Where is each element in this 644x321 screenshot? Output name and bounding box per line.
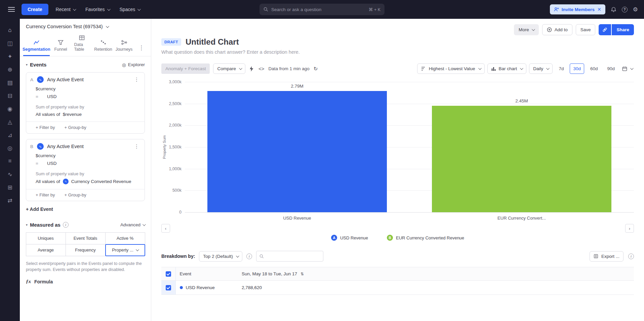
filter-by-link[interactable]: + Filter by [36, 125, 55, 130]
event-property[interactable]: $currency [36, 85, 140, 93]
tab-data-table[interactable]: Data Table [72, 33, 92, 56]
chart-description-placeholder[interactable]: What question does this chart answer? En… [161, 49, 634, 55]
add-event-button[interactable]: + Add Event [26, 207, 145, 212]
all-values-label[interactable]: All values of [36, 112, 60, 117]
breakdown-search[interactable] [256, 251, 323, 262]
breakdown-top-dropdown[interactable]: Top 2 (Default) [199, 251, 242, 262]
next-page-button[interactable]: › [625, 224, 634, 233]
flask-icon[interactable]: ⊿ [4, 129, 16, 141]
refresh-icon[interactable]: ↻ [313, 66, 319, 72]
export-button[interactable]: Export ... [590, 251, 623, 262]
notifications-bell-icon[interactable] [611, 7, 616, 12]
compare-dropdown[interactable]: Compare [213, 63, 245, 74]
home-icon[interactable]: ⌂ [4, 24, 16, 36]
search-input[interactable] [271, 7, 366, 12]
range-7d-button[interactable]: 7d [555, 63, 567, 74]
dashboard-icon[interactable]: ▤ [4, 77, 16, 89]
global-search[interactable]: ⌘ + K [259, 4, 385, 15]
sort-order-dropdown[interactable]: Highest - Lowest Value [417, 63, 485, 74]
measure-uniques-button[interactable]: Uniques [26, 232, 66, 244]
event-name[interactable]: Any Active Event [47, 144, 84, 149]
save-button[interactable]: Save [576, 24, 596, 35]
bar-eur-revenue[interactable] [432, 106, 611, 212]
property-value[interactable]: USD [47, 161, 57, 166]
recent-menu[interactable]: Recent [53, 5, 78, 14]
range-90d-button[interactable]: 90d [604, 63, 618, 74]
chart-type-dropdown[interactable]: Bar chart [487, 63, 527, 74]
invite-members-button[interactable]: Invite Members ✕ [550, 4, 605, 14]
tab-retention[interactable]: Retention [93, 37, 113, 56]
measure-property-sum-button[interactable]: Property ... [105, 244, 145, 256]
share-button[interactable]: Share [612, 24, 634, 35]
event-column-header[interactable]: Event [175, 267, 238, 281]
range-60d-button[interactable]: 60d [587, 63, 601, 74]
person-add-nav-icon[interactable]: ⊕ [4, 63, 16, 76]
collapse-chevron-icon[interactable]: ▾ [26, 63, 28, 66]
sum-property[interactable]: $revenue [63, 112, 82, 117]
measure-average-button[interactable]: Average [26, 244, 66, 256]
monitor-icon[interactable]: ⊟ [4, 90, 16, 102]
operator[interactable]: = [36, 161, 38, 166]
tabs-overflow-kebab-icon[interactable]: ⋮ [135, 44, 148, 56]
kebab-menu-icon[interactable]: ⋮ [133, 77, 140, 83]
tab-segmentation[interactable]: Segmentation [23, 37, 50, 56]
series-name[interactable]: USD Revenue [186, 285, 215, 290]
flame-icon[interactable]: ◬ [4, 116, 16, 128]
code-icon[interactable]: <> [258, 66, 265, 72]
lightning-icon[interactable] [249, 66, 254, 72]
column-sort-icon[interactable]: ⇅ [300, 272, 304, 276]
formula-button[interactable]: ƒx Formula [26, 279, 145, 284]
bar-usd-revenue[interactable] [207, 91, 387, 212]
interval-dropdown[interactable]: Daily [529, 63, 553, 74]
hamburger-menu-icon[interactable] [8, 9, 15, 10]
project-selector[interactable]: Currency Conversion Test (697534) [20, 19, 151, 33]
event-property[interactable]: $currency [36, 152, 140, 159]
all-values-label[interactable]: All values of [36, 179, 60, 184]
more-button[interactable]: More [514, 24, 539, 35]
users-icon[interactable]: ◉ [4, 103, 16, 115]
add-to-button[interactable]: Add to [542, 24, 572, 35]
tab-funnel[interactable]: Funnel [51, 37, 71, 56]
settings-gear-icon[interactable]: ⚙ [633, 6, 638, 13]
sparkle-icon[interactable]: ✦ [4, 50, 16, 62]
frame-icon[interactable]: ⊞ [4, 181, 16, 193]
info-icon[interactable]: i [246, 254, 252, 259]
info-icon[interactable]: i [63, 222, 69, 228]
copy-link-button[interactable] [599, 24, 611, 35]
legend-item-usd[interactable]: A USD Revenue [331, 235, 368, 241]
create-button[interactable]: Create [22, 4, 48, 15]
measure-frequency-button[interactable]: Frequency [66, 244, 106, 256]
select-all-checkbox[interactable] [166, 271, 171, 277]
breakdown-search-input[interactable] [266, 254, 320, 259]
notebook-icon[interactable]: ◫ [4, 37, 16, 49]
property-value[interactable]: USD [47, 94, 57, 99]
kebab-menu-icon[interactable]: ⋮ [133, 143, 140, 149]
range-30d-button[interactable]: 30d [570, 63, 584, 74]
dismiss-invite-icon[interactable]: ✕ [597, 7, 601, 12]
event-name[interactable]: Any Active Event [47, 77, 84, 82]
legend-item-eur[interactable]: B EUR Currency Converted Revenue [387, 235, 464, 241]
database-icon[interactable]: ≡ [4, 155, 16, 167]
date-range-column-header[interactable]: Sun, May 18 to Tue, Jun 17 [242, 271, 297, 276]
explorer-link[interactable]: ◎ Explorer [122, 62, 145, 67]
spaces-menu[interactable]: Spaces [117, 5, 143, 14]
measure-active-pct-button[interactable]: Active % [105, 232, 145, 244]
favorites-menu[interactable]: Favorites [83, 5, 112, 14]
group-by-link[interactable]: + Group-by [64, 125, 86, 130]
operator[interactable]: = [36, 94, 38, 99]
swap-icon[interactable]: ⇄ [4, 194, 16, 207]
advanced-dropdown[interactable]: Advanced [120, 222, 145, 227]
filter-by-link[interactable]: + Filter by [36, 192, 55, 197]
collapse-chevron-icon[interactable]: ▾ [26, 223, 28, 227]
chart-title[interactable]: Untitled Chart [186, 37, 239, 47]
prev-page-button[interactable]: ‹ [161, 224, 170, 233]
sum-property[interactable]: Currency Converted Revenue [71, 179, 131, 184]
pulse-icon[interactable]: ∿ [4, 168, 16, 180]
measure-event-totals-button[interactable]: Event Totals [66, 232, 106, 244]
row-checkbox[interactable] [166, 285, 171, 290]
group-by-link[interactable]: + Group-by [64, 192, 86, 197]
compass-icon[interactable]: ◎ [4, 142, 16, 154]
date-picker-button[interactable] [621, 64, 634, 74]
tab-journeys[interactable]: Journeys [114, 37, 134, 56]
info-icon[interactable]: i [628, 254, 634, 259]
